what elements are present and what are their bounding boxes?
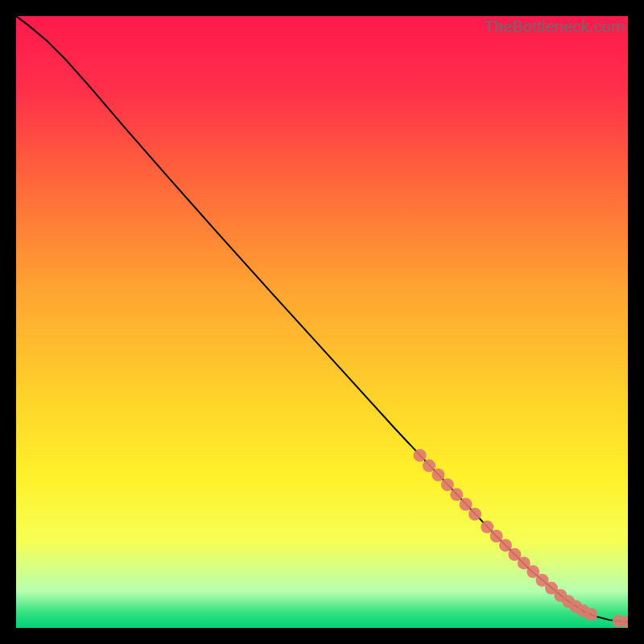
chart-frame: TheBottleneck.com bbox=[16, 16, 628, 628]
marker-point bbox=[490, 530, 503, 543]
marker-point bbox=[469, 508, 481, 521]
marker-point bbox=[423, 460, 436, 473]
marker-point bbox=[460, 497, 473, 510]
marker-point bbox=[414, 449, 427, 462]
marker-point bbox=[431, 469, 444, 481]
chart-svg bbox=[16, 16, 628, 628]
marker-point bbox=[481, 521, 493, 534]
marker-point bbox=[450, 488, 463, 501]
marker-point bbox=[584, 608, 597, 621]
watermark-text: TheBottleneck.com bbox=[484, 18, 625, 36]
marker-point bbox=[499, 539, 512, 551]
marker-point bbox=[441, 478, 454, 491]
